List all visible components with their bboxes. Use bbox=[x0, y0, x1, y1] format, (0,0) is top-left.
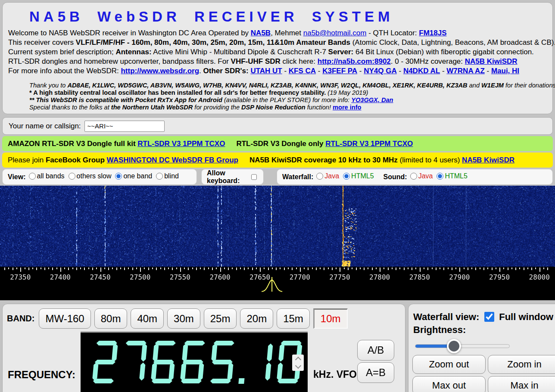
max-out-button[interactable]: Max out bbox=[412, 376, 486, 392]
note-line: Special thanks to the folks at the North… bbox=[29, 104, 552, 111]
text-segment: function! bbox=[306, 104, 333, 111]
allow-keyboard-checkbox[interactable] bbox=[251, 173, 257, 181]
link[interactable]: more info bbox=[333, 104, 361, 111]
radio-option-java[interactable]: Java bbox=[316, 172, 339, 180]
waterfall-display[interactable] bbox=[0, 186, 555, 267]
vfo-button-ab[interactable]: A/B bbox=[357, 340, 394, 361]
band-button-20m[interactable]: 20m bbox=[240, 308, 273, 329]
seven-segment-readout bbox=[81, 333, 308, 392]
brightness-slider[interactable] bbox=[415, 342, 510, 351]
band-button-mw-160[interactable]: MW-160 bbox=[39, 308, 90, 329]
radio-option-all-bands[interactable]: all bands bbox=[29, 172, 65, 180]
zoom-in-button[interactable]: Zoom in bbox=[488, 355, 555, 374]
link[interactable]: YO3GGX, Dan bbox=[351, 96, 393, 103]
link[interactable]: Maui, HI bbox=[491, 67, 519, 75]
page-title: NA5B WebSDR RECEIVER SYSTEM bbox=[29, 9, 552, 25]
link[interactable]: N4DKD AL bbox=[403, 67, 440, 75]
band-button-15m[interactable]: 15m bbox=[277, 308, 310, 329]
radio-label: one band bbox=[123, 172, 152, 180]
callsign-input[interactable] bbox=[84, 121, 165, 132]
text-segment: - bbox=[357, 67, 364, 75]
text-segment: the Northern Utah WebSDR bbox=[111, 104, 193, 111]
frequency-scale[interactable] bbox=[0, 267, 555, 300]
band-button-40m[interactable]: 40m bbox=[131, 308, 164, 329]
text-segment: RTL-SDR V3 Dongle only bbox=[236, 140, 325, 148]
radio-option-html5[interactable]: HTML5 bbox=[343, 172, 374, 180]
text-segment: DSP Noise Reduction bbox=[241, 104, 306, 111]
radio-all-bands[interactable] bbox=[29, 173, 36, 180]
link[interactable]: FM18JS bbox=[419, 29, 446, 37]
slider-thumb[interactable] bbox=[447, 339, 461, 353]
text-segment: Thank you to bbox=[29, 82, 67, 89]
band-button-25m[interactable]: 25m bbox=[204, 308, 237, 329]
link[interactable]: NY4Q GA bbox=[364, 67, 397, 75]
waterfall-controls-panel: Waterfall view: Full window Brightness: … bbox=[408, 304, 555, 392]
radio-java[interactable] bbox=[316, 173, 323, 180]
link[interactable]: http://www.websdr.org bbox=[121, 67, 199, 75]
radio-java[interactable] bbox=[410, 173, 417, 180]
zoom-out-button[interactable]: Zoom out bbox=[412, 355, 486, 374]
max-in-button[interactable]: Max in bbox=[488, 376, 555, 392]
text-segment: NA5B KiwiSDR coverage 10 kHz to 30 MHz bbox=[249, 156, 400, 164]
link[interactable]: K3FEF PA bbox=[322, 67, 357, 75]
band-button-80m[interactable]: 80m bbox=[94, 308, 128, 329]
text-segment: Active Mini Whip - Multiband Dipole & Cu… bbox=[152, 48, 328, 56]
link[interactable]: RTL-SDR V3 1PPM TCXO bbox=[325, 140, 413, 148]
radio-option-blind[interactable]: blind bbox=[156, 172, 179, 180]
radio-label: blind bbox=[164, 172, 179, 180]
radio-option-others-slow[interactable]: others slow bbox=[69, 172, 112, 180]
text-segment: . bbox=[199, 67, 203, 75]
waterfall-view-label: Waterfall view: bbox=[413, 311, 479, 323]
radio-option-one-band[interactable]: one band bbox=[115, 172, 152, 180]
link[interactable]: http://na5b.com:8902 bbox=[318, 57, 391, 65]
link[interactable]: WASHINGTON DC WebSDR FB Group bbox=[107, 156, 238, 164]
step-down-icon[interactable] bbox=[295, 363, 301, 369]
text-segment: Welcome to NA5B WebSDR receiver in Washi… bbox=[8, 29, 251, 37]
text-segment: This receiver covers bbox=[8, 38, 76, 47]
link[interactable]: na5b@hotmail.com bbox=[303, 29, 367, 37]
link[interactable]: KFS CA bbox=[289, 67, 316, 75]
header-line: Current system brief description; Antenn… bbox=[8, 47, 552, 57]
zoom-button-grid: Zoom outZoom inMax outMax in bbox=[412, 355, 555, 392]
radio-blind[interactable] bbox=[156, 173, 163, 180]
waterfall-mode-label: Waterfall: bbox=[282, 173, 313, 181]
text-segment: - bbox=[397, 67, 403, 75]
band-button-group: MW-16080m40m30m25m20m15m10m bbox=[39, 308, 347, 329]
brightness-row: Brightness: bbox=[413, 324, 466, 336]
media-options-panel: Waterfall: JavaHTML5 Sound: JavaHTML5 bbox=[277, 169, 553, 185]
note-line: Thank you to AD8AE, K1LWC, WD5GWC, AB3VN… bbox=[29, 82, 552, 89]
allow-keyboard-label: Allow keyboard: bbox=[207, 169, 246, 185]
link[interactable]: NA5B KiwiSDR bbox=[462, 156, 514, 164]
step-up-icon[interactable] bbox=[295, 357, 301, 363]
brightness-label: Brightness: bbox=[413, 324, 466, 336]
band-button-30m[interactable]: 30m bbox=[167, 308, 200, 329]
text-segment: - bbox=[282, 67, 289, 75]
text-segment: W1EJM bbox=[481, 82, 504, 89]
sound-radio-group: JavaHTML5 bbox=[410, 172, 471, 181]
radio-html5[interactable] bbox=[343, 173, 350, 180]
radio-one-band[interactable] bbox=[115, 173, 122, 180]
link[interactable]: W7RNA AZ bbox=[446, 67, 484, 75]
view-radio-group: all bandsothers slowone bandblind bbox=[29, 172, 183, 181]
link[interactable]: UTAH UT bbox=[250, 67, 282, 75]
text-segment: - QTH Locator: bbox=[366, 29, 419, 37]
radio-html5[interactable] bbox=[437, 173, 443, 180]
receiver-panel: BAND: MW-16080m40m30m25m20m15m10m FREQUE… bbox=[2, 304, 405, 392]
radio-option-java[interactable]: Java bbox=[410, 172, 433, 180]
radio-others-slow[interactable] bbox=[69, 173, 75, 180]
text-segment: AMAZON RTL-SDR V3 Dongle full kit bbox=[8, 140, 137, 148]
link[interactable]: NA5B KiwiSDR bbox=[465, 57, 518, 65]
view-label: View: bbox=[8, 173, 26, 181]
frequency-display bbox=[81, 331, 308, 392]
link[interactable]: NA5B bbox=[251, 29, 271, 37]
full-window-checkbox[interactable] bbox=[484, 312, 494, 322]
header-line: Welcome to NA5B WebSDR receiver in Washi… bbox=[8, 28, 552, 38]
radio-option-html5[interactable]: HTML5 bbox=[437, 172, 467, 180]
frequency-stepper[interactable] bbox=[292, 355, 304, 371]
band-button-10m[interactable]: 10m bbox=[313, 308, 348, 329]
vfo-button-ab[interactable]: A=B bbox=[357, 362, 394, 383]
text-segment: - bbox=[316, 67, 322, 75]
link[interactable]: RTL-SDR V3 1PPM TCXO bbox=[137, 140, 225, 148]
slider-track[interactable] bbox=[415, 344, 510, 348]
notes-block: Thank you to AD8AE, K1LWC, WD5GWC, AB3VN… bbox=[29, 82, 552, 111]
